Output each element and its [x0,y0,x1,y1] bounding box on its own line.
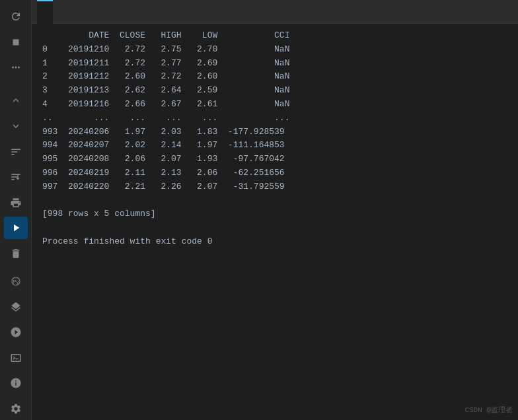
print-icon[interactable] [4,191,28,214]
run-button[interactable] [4,217,28,240]
main-panel: DATE CLOSE HIGH LOW CCI 0 20191210 2.72 … [32,0,518,420]
tab-bar [32,0,518,24]
watermark: CSDN @盗理者 [464,405,513,415]
scroll-down-icon[interactable] [4,115,28,138]
refresh-icon[interactable] [4,5,28,28]
active-tab[interactable] [37,0,53,24]
settings-icon[interactable] [4,397,28,420]
sidebar: Py [0,0,32,420]
output-content: DATE CLOSE HIGH LOW CCI 0 20191210 2.72 … [42,29,507,249]
svg-text:Py: Py [13,279,18,285]
filter-icon[interactable] [4,140,28,163]
delete-icon[interactable] [4,242,28,265]
info-icon[interactable] [4,372,28,395]
python-icon[interactable]: Py [4,270,28,293]
terminal-icon[interactable] [4,346,28,369]
sort-desc-icon[interactable] [4,166,28,189]
layers-icon[interactable] [4,295,28,318]
more-icon[interactable] [4,56,28,79]
console-output[interactable]: DATE CLOSE HIGH LOW CCI 0 20191210 2.72 … [32,24,518,420]
stop-icon[interactable] [4,31,28,54]
play-circle-icon[interactable] [4,321,28,344]
scroll-up-icon[interactable] [4,89,28,112]
